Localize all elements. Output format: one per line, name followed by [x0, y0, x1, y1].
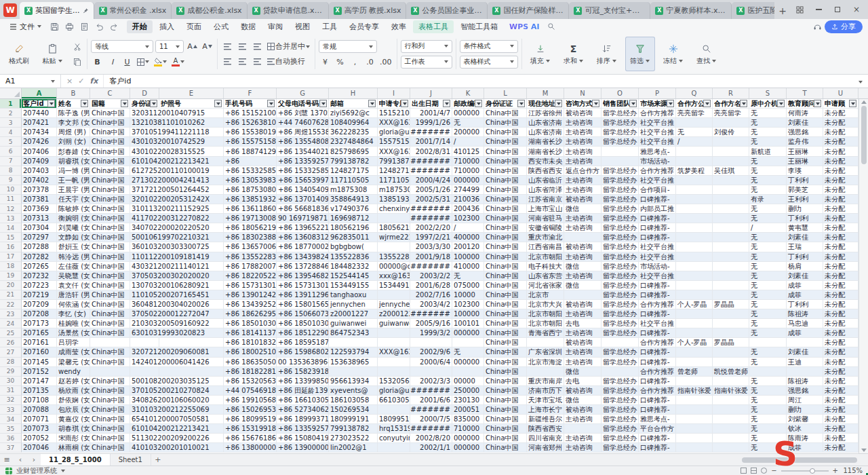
row-header-30[interactable]: 30: [0, 377, 22, 386]
cell[interactable]: 吕玥学: [57, 338, 90, 347]
cell[interactable]: [676, 347, 713, 357]
cell[interactable]: +86 1340540988: [277, 185, 329, 195]
cell[interactable]: China中国: [484, 358, 527, 367]
cell[interactable]: China中国: [90, 176, 130, 185]
cell[interactable]: 主动咨询: [564, 223, 601, 233]
underline-button[interactable]: U: [121, 56, 134, 68]
cell[interactable]: 未分配: [823, 233, 859, 242]
row-header-35[interactable]: 35: [0, 424, 22, 434]
cell[interactable]: China中国: [484, 214, 527, 223]
cell[interactable]: 210036: [452, 195, 484, 204]
cell[interactable]: 2001/6/6: [410, 396, 452, 405]
cell[interactable]: China中国: [484, 271, 527, 281]
cell[interactable]: 主动咨询: [564, 118, 601, 128]
cell[interactable]: China中国: [484, 118, 527, 128]
cell[interactable]: 丁利利: [787, 214, 823, 223]
cell[interactable]: 799138782: [329, 157, 378, 166]
cell[interactable]: 340702200020220520: [130, 223, 159, 233]
cell[interactable]: 内部员工推: [639, 204, 676, 214]
cell[interactable]: 273023522: [329, 434, 378, 443]
cell[interactable]: +86 18101832: [224, 338, 277, 347]
cut-button[interactable]: [71, 41, 83, 53]
cell[interactable]: 207434: [22, 128, 57, 137]
cell[interactable]: +86 15676186: [224, 434, 277, 443]
cell[interactable]: 1997/2/21: [410, 233, 452, 242]
horizontal-scrollbar[interactable]: [644, 454, 868, 466]
cell[interactable]: m1875308: [329, 185, 378, 195]
cell[interactable]: China中国: [484, 377, 527, 386]
cell[interactable]: 180999191: [329, 415, 378, 424]
cell[interactable]: +86 1391129694: [277, 290, 329, 300]
cell[interactable]: 13210381101010262: [130, 118, 159, 128]
cell[interactable]: 00000@qq: [378, 262, 410, 271]
cell[interactable]: 无: [749, 242, 787, 252]
cell[interactable]: 未分配: [823, 242, 859, 252]
cell[interactable]: 无: [749, 424, 787, 434]
cell[interactable]: [676, 405, 713, 415]
cell[interactable]: 罗晶晶: [713, 300, 749, 309]
cell[interactable]: 370105199411221118: [130, 128, 159, 137]
cell[interactable]: 冯一博 (男: [57, 166, 90, 176]
cell[interactable]: 留学总经办: [601, 185, 639, 195]
cell[interactable]: +86 1851229020: [277, 328, 329, 338]
cell[interactable]: 207223: [22, 281, 57, 290]
cell[interactable]: 社交平台推: [639, 137, 676, 147]
cell[interactable]: 留学总经办: [601, 309, 639, 319]
cell[interactable]: 无: [676, 128, 713, 137]
cell[interactable]: 主动咨询: [564, 176, 601, 185]
decrease-decimal-button[interactable]: .0: [363, 56, 376, 68]
cell[interactable]: 无: [749, 157, 787, 166]
header-cell-O[interactable]: 销售团队: [601, 99, 639, 109]
cell[interactable]: 230130: [452, 396, 484, 405]
cell[interactable]: +86 1354402198: [277, 147, 329, 156]
cell[interactable]: +44 7460762888: [277, 118, 329, 128]
cell[interactable]: 未分配: [823, 328, 859, 338]
filter-dropdown-button[interactable]: [777, 100, 785, 107]
cell[interactable]: +86 1573130169: [277, 281, 329, 290]
cell[interactable]: 主动咨询: [564, 328, 601, 338]
cell[interactable]: 社交平台推: [639, 319, 676, 328]
cell[interactable]: +86 18501030: [224, 319, 277, 328]
cell[interactable]: 无: [749, 415, 787, 424]
cell[interactable]: 北京市朝阳: [527, 252, 564, 262]
cell[interactable]: 北京市朝阳: [527, 319, 564, 328]
normal-view-icon[interactable]: [741, 468, 747, 474]
cell[interactable]: ########: [410, 424, 452, 434]
cell[interactable]: 274499: [452, 185, 484, 195]
cell[interactable]: 2002/3/3: [410, 377, 452, 386]
cell[interactable]: 留学总经办: [601, 281, 639, 290]
cell[interactable]: 丁利利: [787, 176, 823, 185]
cell[interactable]: [713, 118, 749, 128]
filter-dropdown-button[interactable]: [267, 100, 275, 107]
cell[interactable]: 410000: [452, 262, 484, 271]
cell[interactable]: +86 13053983: [224, 176, 277, 185]
cell[interactable]: +86 13901242: [224, 290, 277, 300]
cell[interactable]: 410103200201010021: [130, 443, 159, 453]
cell[interactable]: 新疆维吾尔: [527, 415, 564, 424]
cell[interactable]: [378, 367, 410, 377]
cell[interactable]: +86 13611860: [224, 204, 277, 214]
cell[interactable]: [90, 367, 130, 377]
cell[interactable]: +86 15263810: [224, 118, 277, 128]
cell[interactable]: 留学总经办: [601, 424, 639, 434]
cell[interactable]: 825798695: [329, 147, 378, 156]
cell[interactable]: 无: [749, 118, 787, 128]
cell[interactable]: 无: [452, 347, 484, 357]
cell[interactable]: 未分配: [823, 271, 859, 281]
cell[interactable]: China中国: [90, 147, 130, 156]
cell[interactable]: [676, 157, 713, 166]
cell[interactable]: 汤景然 (女: [57, 328, 90, 338]
cell[interactable]: China中国: [90, 358, 130, 367]
cell[interactable]: 180995191: [378, 415, 410, 424]
cell[interactable]: [676, 377, 713, 386]
cell[interactable]: 无: [749, 176, 787, 185]
cell[interactable]: 142401200006041426: [130, 358, 159, 367]
fill-button[interactable]: 填充: [526, 37, 555, 71]
cell[interactable]: China中国: [484, 128, 527, 137]
cell[interactable]: 207421: [22, 118, 57, 128]
cell[interactable]: +86 13439252: [224, 300, 277, 309]
cell[interactable]: China中国: [484, 281, 527, 290]
zoom-slider-handle[interactable]: [810, 468, 815, 474]
document-tab[interactable]: X国任财产保险样本...: [488, 2, 569, 19]
cell[interactable]: 612725200110100019: [130, 166, 159, 176]
